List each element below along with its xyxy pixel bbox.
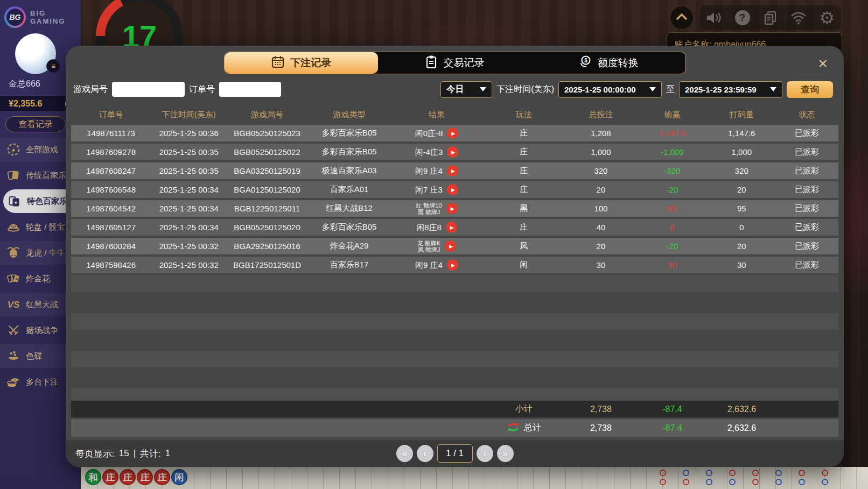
replay-play-icon[interactable]: ▶	[446, 203, 458, 214]
subtotal-turnover: 2,632.6	[708, 405, 775, 414]
date-range-select[interactable]: 今日	[440, 81, 492, 98]
cell-time: 2025-1-25 00:34	[151, 204, 227, 213]
cell-status: 已派彩	[775, 128, 838, 138]
table-row[interactable]: 14987600284 2025-1-25 00:32 BGA292501250…	[71, 238, 838, 254]
avatar-menu-badge[interactable]: ≡	[46, 59, 60, 73]
dropdown-arrow-icon	[649, 87, 656, 91]
cell-result: 龙 散牌K凤 散牌J ▶	[391, 240, 482, 253]
start-time-select[interactable]: 2025-1-25 00:00:00	[558, 81, 662, 98]
cell-status: 已派彩	[775, 241, 838, 251]
wifi-icon[interactable]	[789, 8, 808, 27]
empty-row	[71, 370, 838, 386]
dropdown-arrow-icon	[480, 87, 486, 91]
copy-icon[interactable]	[761, 8, 780, 27]
order-no-input[interactable]	[219, 82, 281, 97]
betting-records-modal: 下注记录交易记录$额度转换 × 游戏局号 订单号 今日 下注时间(美东) 202…	[66, 46, 844, 467]
table-row[interactable]: 14987609278 2025-1-25 00:35 BGB052501250…	[71, 144, 838, 160]
replay-play-icon[interactable]: ▶	[447, 146, 458, 158]
total-bet: 2,738	[565, 423, 637, 433]
settings-gear-icon[interactable]: ⚙	[817, 8, 837, 27]
cell-round: BGB1725012501D	[227, 260, 307, 270]
cell-game: 极速百家乐A03	[307, 166, 391, 176]
next-page-icon[interactable]: ›	[477, 445, 493, 462]
table-row[interactable]: 14987611173 2025-1-25 00:36 BGB052501250…	[71, 125, 838, 141]
subtotal-label: 小计	[482, 403, 565, 415]
dropdown-arrow-icon	[770, 87, 776, 91]
bead-dot	[775, 479, 782, 485]
help-icon[interactable]: ?	[733, 8, 752, 27]
chevron-up-icon	[676, 13, 688, 23]
tab-2[interactable]: 交易记录	[378, 52, 531, 74]
total-count-value: 1	[165, 448, 170, 459]
replay-play-icon[interactable]: ▶	[447, 165, 458, 176]
total-winloss: -87.4	[636, 423, 708, 433]
chip-icon: ♠	[6, 143, 20, 157]
cell-round: BGA29250125016	[227, 242, 307, 251]
replay-play-icon[interactable]: ▶	[447, 259, 458, 271]
replay-play-icon[interactable]: ▶	[447, 184, 458, 195]
table-body: 14987611173 2025-1-25 00:36 BGB052501250…	[71, 125, 838, 400]
cell-time: 2025-1-25 00:35	[151, 147, 227, 157]
cell-bet: 1,000	[565, 147, 637, 157]
empty-row	[71, 294, 838, 311]
column-header: 游戏局号	[227, 110, 307, 120]
cell-game: 红黑大战B12	[307, 203, 391, 214]
close-icon[interactable]: ×	[818, 55, 828, 72]
cell-order: 14987598426	[71, 260, 151, 270]
total-label: 总计	[524, 422, 541, 434]
table-header-row: 订单号下注时间(美东)游戏局号游戏类型结果玩法总投注输赢打码量状态	[71, 107, 838, 123]
table-row[interactable]: 14987598426 2025-1-25 00:32 BGB172501250…	[71, 257, 838, 273]
collapse-panel-button[interactable]	[670, 6, 694, 30]
bead-dot	[683, 470, 689, 476]
cell-status: 已派彩	[775, 147, 838, 157]
refresh-icon[interactable]	[507, 421, 520, 435]
cell-game: 百家乐B17	[307, 260, 391, 270]
replay-play-icon[interactable]: ▶	[445, 240, 456, 252]
table-row[interactable]: 14987604542 2025-1-25 00:34 BGB122501250…	[71, 200, 838, 217]
last-page-icon[interactable]: »	[497, 445, 514, 462]
cell-status: 已派彩	[775, 260, 838, 270]
svg-text:♠: ♠	[15, 200, 17, 205]
cell-result: 红 散牌10黑 散牌J ▶	[391, 202, 482, 215]
cell-status: 已派彩	[775, 203, 838, 214]
page-indicator: 1 / 1	[437, 444, 473, 463]
query-button[interactable]: 查询	[787, 81, 833, 98]
cell-order: 14987611173	[71, 129, 151, 138]
column-header: 订单号	[71, 110, 151, 120]
table-row[interactable]: 14987606548 2025-1-25 00:34 BGA012501250…	[71, 181, 838, 198]
subtotal-bet: 2,738	[565, 405, 637, 414]
view-records-button[interactable]: 查看记录	[5, 116, 66, 132]
table-row[interactable]: 14987608247 2025-1-25 00:35 BGA032501250…	[71, 162, 838, 179]
end-time-select[interactable]: 2025-1-25 23:59:59	[679, 81, 782, 98]
baccarat-roadmap-strip: 和庄庄庄庄闲	[81, 467, 868, 489]
tab-3[interactable]: $额度转换	[531, 52, 685, 74]
subtotal-row: 小计 2,738 -87.4 2,632.6	[71, 401, 838, 417]
column-header: 状态	[775, 110, 838, 120]
cell-order: 14987604542	[71, 204, 151, 213]
replay-play-icon[interactable]: ▶	[447, 127, 458, 139]
empty-row	[71, 388, 838, 400]
empty-row	[71, 275, 838, 292]
svg-text:VS: VS	[8, 300, 20, 310]
game-round-input[interactable]	[112, 82, 185, 97]
brand-line2: GAMING	[30, 17, 65, 25]
empty-row	[71, 351, 838, 367]
cell-bet: 20	[565, 242, 637, 251]
bead-dot	[729, 479, 736, 485]
column-header: 打码量	[708, 110, 775, 120]
topbar-icon-group: ? ⚙	[700, 5, 841, 30]
cell-round: BGA01250125020	[227, 185, 307, 194]
replay-play-icon[interactable]: ▶	[446, 222, 457, 233]
cell-winloss: 0	[636, 223, 708, 232]
table-row[interactable]: 14987605127 2025-1-25 00:34 BGB052501250…	[71, 219, 838, 236]
cell-turnover: 30	[708, 260, 775, 270]
clipboard-icon	[425, 55, 438, 72]
cell-time: 2025-1-25 00:32	[151, 242, 227, 251]
cell-winloss: -1,000	[636, 147, 708, 157]
first-page-icon[interactable]: «	[396, 445, 413, 462]
bet-time-label: 下注时间(美东)	[496, 84, 554, 95]
cell-play: 庄	[482, 128, 565, 138]
sound-icon[interactable]	[704, 8, 724, 27]
prev-page-icon[interactable]: ‹	[417, 445, 433, 462]
tab-1[interactable]: 下注记录	[225, 52, 378, 74]
